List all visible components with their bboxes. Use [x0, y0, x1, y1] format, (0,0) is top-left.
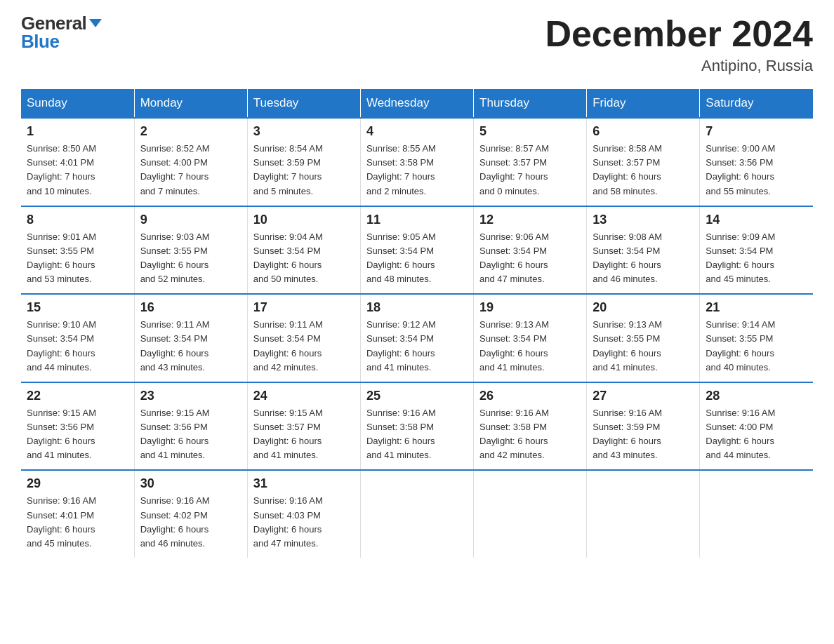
day-number: 30 [140, 476, 241, 491]
svg-marker-0 [89, 19, 102, 27]
day-number: 2 [140, 124, 241, 139]
calendar-cell [474, 470, 587, 558]
calendar-cell: 17Sunrise: 9:11 AM Sunset: 3:54 PM Dayli… [247, 294, 360, 382]
day-info: Sunrise: 8:58 AM Sunset: 3:57 PM Dayligh… [593, 142, 694, 199]
col-tuesday: Tuesday [247, 89, 360, 118]
col-monday: Monday [134, 89, 247, 118]
day-number: 11 [366, 213, 468, 227]
day-number: 16 [140, 300, 241, 315]
calendar-cell [360, 470, 473, 558]
calendar-cell: 8Sunrise: 9:01 AM Sunset: 3:55 PM Daylig… [21, 206, 134, 295]
month-title: December 2024 [545, 14, 813, 54]
day-info: Sunrise: 9:16 AM Sunset: 4:01 PM Dayligh… [27, 494, 128, 551]
calendar-cell: 25Sunrise: 9:16 AM Sunset: 3:58 PM Dayli… [360, 382, 473, 471]
calendar-cell: 31Sunrise: 9:16 AM Sunset: 4:03 PM Dayli… [247, 470, 360, 558]
day-info: Sunrise: 9:04 AM Sunset: 3:54 PM Dayligh… [253, 230, 355, 287]
day-number: 28 [706, 389, 807, 403]
calendar-cell: 16Sunrise: 9:11 AM Sunset: 3:54 PM Dayli… [134, 294, 247, 382]
day-info: Sunrise: 8:52 AM Sunset: 4:00 PM Dayligh… [140, 142, 241, 199]
day-info: Sunrise: 9:06 AM Sunset: 3:54 PM Dayligh… [479, 230, 581, 287]
day-info: Sunrise: 9:16 AM Sunset: 3:58 PM Dayligh… [479, 406, 581, 463]
calendar-header: Sunday Monday Tuesday Wednesday Thursday… [21, 89, 813, 118]
calendar-cell: 4Sunrise: 8:55 AM Sunset: 3:58 PM Daylig… [360, 118, 473, 206]
calendar-cell: 21Sunrise: 9:14 AM Sunset: 3:55 PM Dayli… [700, 294, 813, 382]
col-wednesday: Wednesday [360, 89, 473, 118]
day-info: Sunrise: 9:15 AM Sunset: 3:57 PM Dayligh… [253, 406, 355, 463]
day-number: 13 [593, 213, 694, 227]
calendar-cell: 24Sunrise: 9:15 AM Sunset: 3:57 PM Dayli… [247, 382, 360, 471]
day-number: 7 [706, 124, 807, 139]
calendar-cell: 27Sunrise: 9:16 AM Sunset: 3:59 PM Dayli… [587, 382, 700, 471]
calendar-cell: 11Sunrise: 9:05 AM Sunset: 3:54 PM Dayli… [360, 206, 473, 295]
day-number: 22 [27, 389, 128, 403]
day-info: Sunrise: 9:16 AM Sunset: 3:58 PM Dayligh… [366, 406, 468, 463]
day-info: Sunrise: 9:16 AM Sunset: 4:00 PM Dayligh… [706, 406, 807, 463]
logo: General Blue [21, 14, 103, 51]
day-info: Sunrise: 9:15 AM Sunset: 3:56 PM Dayligh… [27, 406, 128, 463]
calendar-cell: 10Sunrise: 9:04 AM Sunset: 3:54 PM Dayli… [247, 206, 360, 295]
day-number: 24 [253, 389, 355, 403]
day-number: 21 [706, 300, 807, 315]
day-info: Sunrise: 9:01 AM Sunset: 3:55 PM Dayligh… [27, 230, 128, 287]
calendar-table: Sunday Monday Tuesday Wednesday Thursday… [21, 89, 813, 558]
day-number: 3 [253, 124, 355, 139]
calendar-cell: 12Sunrise: 9:06 AM Sunset: 3:54 PM Dayli… [474, 206, 587, 295]
day-info: Sunrise: 9:05 AM Sunset: 3:54 PM Dayligh… [366, 230, 468, 287]
day-number: 17 [253, 300, 355, 315]
day-number: 6 [593, 124, 694, 139]
calendar-week-row: 22Sunrise: 9:15 AM Sunset: 3:56 PM Dayli… [21, 382, 813, 471]
calendar-week-row: 15Sunrise: 9:10 AM Sunset: 3:54 PM Dayli… [21, 294, 813, 382]
day-number: 25 [366, 389, 468, 403]
day-info: Sunrise: 8:54 AM Sunset: 3:59 PM Dayligh… [253, 142, 355, 199]
day-info: Sunrise: 9:11 AM Sunset: 3:54 PM Dayligh… [140, 318, 241, 375]
calendar-cell: 15Sunrise: 9:10 AM Sunset: 3:54 PM Dayli… [21, 294, 134, 382]
logo-general-text: General [21, 14, 86, 32]
calendar-cell: 29Sunrise: 9:16 AM Sunset: 4:01 PM Dayli… [21, 470, 134, 558]
col-friday: Friday [587, 89, 700, 118]
day-info: Sunrise: 8:50 AM Sunset: 4:01 PM Dayligh… [27, 142, 128, 199]
calendar-cell [587, 470, 700, 558]
day-number: 5 [479, 124, 581, 139]
day-number: 23 [140, 389, 241, 403]
calendar-cell: 18Sunrise: 9:12 AM Sunset: 3:54 PM Dayli… [360, 294, 473, 382]
day-number: 14 [706, 213, 807, 227]
col-sunday: Sunday [21, 89, 134, 118]
calendar-cell: 7Sunrise: 9:00 AM Sunset: 3:56 PM Daylig… [700, 118, 813, 206]
calendar-cell: 22Sunrise: 9:15 AM Sunset: 3:56 PM Dayli… [21, 382, 134, 471]
day-info: Sunrise: 9:12 AM Sunset: 3:54 PM Dayligh… [366, 318, 468, 375]
page-header: General Blue December 2024 Antipino, Rus… [21, 14, 813, 75]
day-info: Sunrise: 9:11 AM Sunset: 3:54 PM Dayligh… [253, 318, 355, 375]
logo-arrow-icon [88, 15, 103, 30]
day-info: Sunrise: 9:08 AM Sunset: 3:54 PM Dayligh… [593, 230, 694, 287]
day-info: Sunrise: 9:15 AM Sunset: 3:56 PM Dayligh… [140, 406, 241, 463]
day-info: Sunrise: 9:16 AM Sunset: 4:03 PM Dayligh… [253, 494, 355, 551]
day-number: 1 [27, 124, 128, 139]
day-info: Sunrise: 9:13 AM Sunset: 3:54 PM Dayligh… [479, 318, 581, 375]
day-number: 26 [479, 389, 581, 403]
day-number: 9 [140, 213, 241, 227]
calendar-week-row: 29Sunrise: 9:16 AM Sunset: 4:01 PM Dayli… [21, 470, 813, 558]
logo-blue-text: Blue [21, 32, 59, 51]
calendar-cell: 26Sunrise: 9:16 AM Sunset: 3:58 PM Dayli… [474, 382, 587, 471]
calendar-cell: 30Sunrise: 9:16 AM Sunset: 4:02 PM Dayli… [134, 470, 247, 558]
calendar-cell: 9Sunrise: 9:03 AM Sunset: 3:55 PM Daylig… [134, 206, 247, 295]
calendar-cell: 23Sunrise: 9:15 AM Sunset: 3:56 PM Dayli… [134, 382, 247, 471]
calendar-cell: 1Sunrise: 8:50 AM Sunset: 4:01 PM Daylig… [21, 118, 134, 206]
day-info: Sunrise: 8:57 AM Sunset: 3:57 PM Dayligh… [479, 142, 581, 199]
location-text: Antipino, Russia [545, 57, 813, 75]
col-thursday: Thursday [474, 89, 587, 118]
day-number: 8 [27, 213, 128, 227]
day-number: 27 [593, 389, 694, 403]
calendar-cell: 5Sunrise: 8:57 AM Sunset: 3:57 PM Daylig… [474, 118, 587, 206]
day-number: 18 [366, 300, 468, 315]
day-number: 10 [253, 213, 355, 227]
day-info: Sunrise: 9:09 AM Sunset: 3:54 PM Dayligh… [706, 230, 807, 287]
calendar-cell: 2Sunrise: 8:52 AM Sunset: 4:00 PM Daylig… [134, 118, 247, 206]
calendar-cell: 19Sunrise: 9:13 AM Sunset: 3:54 PM Dayli… [474, 294, 587, 382]
calendar-body: 1Sunrise: 8:50 AM Sunset: 4:01 PM Daylig… [21, 118, 813, 558]
calendar-cell: 20Sunrise: 9:13 AM Sunset: 3:55 PM Dayli… [587, 294, 700, 382]
day-number: 19 [479, 300, 581, 315]
day-info: Sunrise: 9:14 AM Sunset: 3:55 PM Dayligh… [706, 318, 807, 375]
calendar-week-row: 8Sunrise: 9:01 AM Sunset: 3:55 PM Daylig… [21, 206, 813, 295]
day-info: Sunrise: 9:13 AM Sunset: 3:55 PM Dayligh… [593, 318, 694, 375]
